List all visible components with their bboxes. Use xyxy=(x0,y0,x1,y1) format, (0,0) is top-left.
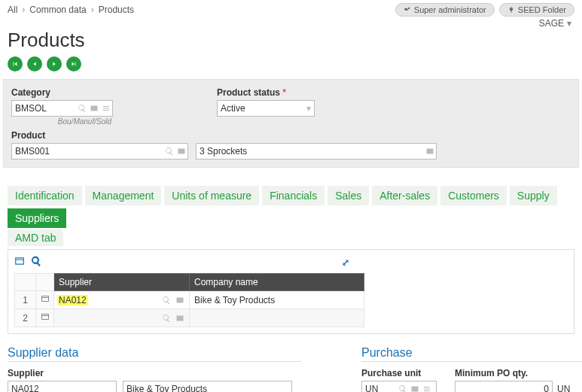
company-cell-value: Bike & Toy Products xyxy=(190,291,364,309)
row-number: 2 xyxy=(15,309,36,327)
card-icon[interactable] xyxy=(88,102,100,114)
grid-card-icon[interactable] xyxy=(14,256,25,269)
search-icon[interactable] xyxy=(76,102,88,114)
page-title: Products xyxy=(8,29,574,52)
card-icon[interactable] xyxy=(174,312,186,324)
supplier-name-input[interactable]: Bike & Toy Products xyxy=(123,381,292,392)
row-number: 1 xyxy=(15,291,36,309)
supplier-grid-panel: ⤢ Supplier Company name 1 NA012 Bike & T… xyxy=(8,249,574,334)
sage-brand[interactable]: SAGE xyxy=(539,18,564,29)
nav-next-button[interactable] xyxy=(47,56,62,71)
product-label: Product xyxy=(11,130,571,141)
purchase-title: Purchase xyxy=(361,346,582,362)
tab-identification[interactable]: Identification xyxy=(8,186,82,205)
chevron-down-icon: ▾ xyxy=(306,103,311,114)
tab-management[interactable]: Management xyxy=(85,186,162,205)
table-row[interactable]: 2 xyxy=(15,309,364,327)
key-icon xyxy=(404,6,411,14)
search-icon[interactable] xyxy=(160,294,172,306)
card-icon[interactable] xyxy=(175,145,187,157)
breadcrumb-root[interactable]: All xyxy=(8,5,17,15)
min-po-label: Minimum PO qty. xyxy=(455,368,570,378)
chevron-down-icon[interactable]: ▾ xyxy=(567,18,571,29)
status-value: Active xyxy=(221,103,245,114)
product-desc-input[interactable]: 3 Sprockets xyxy=(196,143,437,160)
category-label: Category xyxy=(11,87,113,98)
product-code-input[interactable]: BMS001 xyxy=(11,143,188,160)
tab-bar: Identification Management Units of measu… xyxy=(0,168,582,228)
purchase-unit-input[interactable]: UN xyxy=(361,381,437,392)
card-icon[interactable] xyxy=(174,294,186,306)
tab-sales[interactable]: Sales xyxy=(328,186,369,205)
breadcrumb-common-data[interactable]: Common data xyxy=(29,5,86,15)
supplier-data-title: Supplier data xyxy=(8,346,301,362)
tab-supply[interactable]: Supply xyxy=(510,186,557,205)
table-row[interactable]: 1 NA012 Bike & Toy Products xyxy=(15,291,364,309)
list-icon[interactable] xyxy=(100,102,112,114)
sub-tab-amd[interactable]: AMD tab xyxy=(8,229,63,246)
min-po-input[interactable]: 0 xyxy=(455,381,553,392)
row-card-icon[interactable] xyxy=(36,309,54,327)
purchase-unit-label: Purchase unit xyxy=(361,368,437,378)
tab-suppliers[interactable]: Suppliers xyxy=(8,208,66,228)
breadcrumb-products[interactable]: Products xyxy=(99,5,134,15)
seed-folder-label: SEED Folder xyxy=(518,5,566,14)
breadcrumb: All › Common data › Products xyxy=(8,5,134,15)
chevron-right-icon: › xyxy=(22,5,25,15)
tab-financials[interactable]: Financials xyxy=(262,186,325,205)
tab-customers[interactable]: Customers xyxy=(440,186,507,205)
card-icon[interactable] xyxy=(409,383,421,392)
search-icon[interactable] xyxy=(160,312,172,324)
min-po-value: 0 xyxy=(544,384,549,392)
status-label: Product status * xyxy=(217,87,315,98)
product-desc-value: 3 Sprockets xyxy=(197,144,424,159)
col-company[interactable]: Company name xyxy=(190,274,364,291)
supplier-label: Supplier xyxy=(8,368,301,378)
nav-last-button[interactable] xyxy=(66,56,81,71)
required-star-icon: * xyxy=(282,87,286,98)
super-admin-button[interactable]: Super administrator xyxy=(395,3,495,17)
card-icon[interactable] xyxy=(424,145,436,157)
row-card-icon[interactable] xyxy=(36,291,54,309)
company-cell-value xyxy=(190,309,364,327)
nav-prev-button[interactable] xyxy=(27,56,42,71)
nav-first-button[interactable] xyxy=(8,56,23,71)
category-input[interactable]: BMSOL xyxy=(11,100,113,117)
supplier-name-value: Bike & Toy Products xyxy=(126,384,207,392)
supplier-grid: Supplier Company name 1 NA012 Bike & Toy… xyxy=(14,273,364,327)
supplier-code-value: NA012 xyxy=(11,384,39,392)
tab-after-sales[interactable]: After-sales xyxy=(372,186,437,205)
category-value: BMSOL xyxy=(12,101,76,116)
purchase-unit-value: UN xyxy=(365,384,378,392)
product-code-value: BMS001 xyxy=(12,144,91,159)
min-po-unit: UN xyxy=(557,384,570,392)
super-admin-label: Super administrator xyxy=(414,5,486,14)
filter-panel: Category BMSOL Bou/Manuf/Sold Product st… xyxy=(3,79,579,168)
supplier-code-input[interactable]: NA012 xyxy=(8,381,117,392)
tab-units[interactable]: Units of measure xyxy=(164,186,259,205)
col-supplier[interactable]: Supplier xyxy=(54,274,190,291)
search-icon[interactable] xyxy=(31,256,41,269)
seed-folder-button[interactable]: SEED Folder xyxy=(499,3,574,17)
search-icon[interactable] xyxy=(163,145,175,157)
plug-icon xyxy=(507,6,515,14)
category-hint: Bou/Manuf/Sold xyxy=(11,117,113,126)
status-dropdown[interactable]: Active ▾ xyxy=(217,100,315,117)
list-icon[interactable] xyxy=(421,383,433,392)
supplier-cell-value: NA012 xyxy=(57,295,88,305)
chevron-right-icon: › xyxy=(91,5,94,15)
search-icon[interactable] xyxy=(397,383,409,392)
expand-icon[interactable]: ⤢ xyxy=(342,257,349,268)
